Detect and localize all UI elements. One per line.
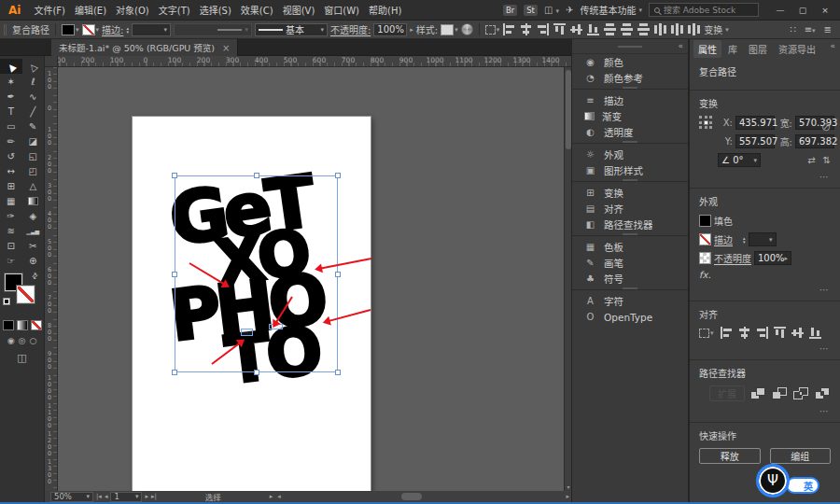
appearance-more-options-icon[interactable]: ⋯	[699, 285, 831, 295]
line-segment-tool[interactable]: ╱	[22, 104, 45, 119]
collapse-panel-icon[interactable]: «	[830, 41, 835, 50]
align-h-right-button[interactable]	[536, 23, 550, 35]
align-dist-m-button[interactable]	[621, 22, 633, 36]
fill-color-control[interactable]: ▾	[62, 24, 79, 35]
opacity-field[interactable]: 100%▸	[754, 251, 791, 265]
dock-item-OpenType[interactable]: OOpenType	[572, 309, 688, 325]
transform-menu-icon[interactable]: ▾	[725, 26, 729, 34]
hand-tool[interactable]: ☞	[0, 253, 22, 268]
align-v-middle-button[interactable]	[791, 326, 804, 340]
menu-item-0[interactable]: 文件(F)	[29, 3, 70, 17]
dock-item-对齐[interactable]: ▤对齐	[572, 201, 688, 217]
screen-mode-icon[interactable]: ◫	[0, 352, 44, 364]
menu-item-6[interactable]: 视图(V)	[278, 3, 320, 17]
style-swatch[interactable]	[441, 24, 454, 35]
flip-vertical-icon[interactable]: ⇅	[823, 155, 831, 165]
dock-item-画笔[interactable]: ✎画笔	[572, 255, 688, 271]
stock-search-input[interactable]: 搜索 Adobe Stock	[649, 3, 759, 17]
horizontal-scrollbar-thumb[interactable]	[401, 493, 422, 500]
fx-button[interactable]: fx.	[699, 270, 711, 280]
align-dist-t-button[interactable]	[604, 22, 616, 36]
transform-more-options-icon[interactable]: ⋯	[699, 172, 831, 182]
stock-button[interactable]: St	[524, 5, 538, 16]
align-h-center-button[interactable]	[737, 327, 751, 339]
menu-item-3[interactable]: 文字(T)	[154, 3, 195, 17]
style-dropdown[interactable]: ▾	[441, 24, 458, 35]
opacity-label[interactable]: 不透明度:	[330, 22, 371, 36]
last-artboard-icon[interactable]: ▸|	[151, 493, 157, 500]
options-bar-grip[interactable]	[4, 24, 7, 35]
flip-horizontal-icon[interactable]: ⇄	[807, 155, 815, 165]
opacity-swatch[interactable]	[699, 252, 711, 264]
column-graph-tool[interactable]: ▁▃▅	[22, 223, 45, 238]
dock-item-颜色参考[interactable]: ◔颜色参考	[572, 70, 688, 86]
selection-handle[interactable]	[335, 272, 341, 277]
stroke-weight-stepper[interactable]: ▴▾	[743, 236, 746, 244]
arrange-documents-icon[interactable]: ◫ ▾	[544, 5, 559, 15]
dock-item-颜色[interactable]: ◉颜色	[572, 54, 688, 70]
magic-wand-tool[interactable]: ✶	[0, 74, 22, 89]
brush-definition-dropdown[interactable]: 基本▾	[255, 23, 328, 36]
reference-point-locator[interactable]	[699, 116, 713, 130]
dock-item-透明度[interactable]: ◐透明度	[572, 124, 688, 140]
direct-selection-tool[interactable]: △	[22, 59, 45, 74]
dock-item-色板[interactable]: ▦色板	[572, 239, 688, 255]
dock-item-符号[interactable]: ♣符号	[572, 271, 688, 287]
group-button[interactable]: 编组	[770, 448, 832, 464]
ime-mode-badge[interactable]: 英	[786, 477, 819, 494]
rotation-dropdown[interactable]: ∠ 0°▾	[718, 153, 761, 167]
gradient-button[interactable]	[17, 320, 28, 330]
transform-menu-label[interactable]: 变换	[704, 22, 722, 36]
dock-item-渐变[interactable]: 渐变	[572, 108, 688, 124]
align-v-top-button[interactable]	[553, 22, 566, 36]
align-to-dropdown[interactable]: ▾	[699, 329, 714, 338]
selection-tool[interactable]: ▲	[0, 59, 22, 74]
curvature-tool[interactable]: ∿	[22, 89, 45, 104]
reference-point-0[interactable]	[699, 116, 702, 119]
draw-normal-icon[interactable]: ◉	[7, 336, 15, 345]
reference-point-5[interactable]	[709, 121, 712, 124]
rotate-tool[interactable]: ↺	[0, 148, 22, 163]
type-tool[interactable]: T	[0, 104, 22, 119]
pathfinder-more-options-icon[interactable]: ⋯	[699, 406, 831, 416]
gradient-tool[interactable]	[22, 193, 45, 208]
width-tool[interactable]: ↔	[0, 163, 22, 178]
zoom-tool[interactable]: ⊕	[22, 253, 45, 268]
stroke-none-swatch[interactable]	[82, 24, 95, 35]
reference-point-2[interactable]	[709, 116, 712, 119]
menu-item-2[interactable]: 对象(O)	[111, 3, 154, 17]
document-tab[interactable]: 未标题-1.ai* @ 50% (RGB/GPU 预览) ×	[51, 39, 238, 56]
minimize-button[interactable]: —	[769, 6, 791, 15]
reference-point-1[interactable]	[705, 116, 707, 119]
fill-swatch[interactable]	[699, 215, 711, 227]
fill-label[interactable]: 填色	[714, 214, 733, 228]
dock-item-描边[interactable]: ≡描边	[572, 92, 688, 108]
align-h-left-button[interactable]	[502, 23, 516, 35]
close-button[interactable]: ×	[814, 6, 836, 15]
draw-behind-icon[interactable]: ◎	[19, 336, 26, 345]
vertical-ruler[interactable]: 1000100200300400500600700800900100011001…	[45, 67, 58, 491]
ime-deer-logo-icon[interactable]: Ψ	[756, 464, 790, 497]
reference-point-6[interactable]	[699, 126, 702, 129]
perspective-grid-tool[interactable]: △	[22, 178, 45, 193]
selection-handle[interactable]	[335, 173, 341, 178]
fill-swatch[interactable]	[62, 24, 75, 35]
selection-handle[interactable]	[254, 173, 259, 178]
mesh-tool[interactable]: ▦	[0, 193, 22, 208]
dock-item-变换[interactable]: ⊞变换	[572, 185, 688, 201]
stroke-color-control[interactable]: ▾	[82, 24, 100, 35]
document-close-icon[interactable]: ×	[222, 43, 230, 53]
stroke-weight-dropdown[interactable]: ▾	[132, 23, 171, 36]
color-button[interactable]	[3, 320, 14, 330]
stroke-weight-stepper[interactable]: ▴▾	[126, 26, 129, 34]
tab-图层[interactable]: 图层	[744, 40, 772, 58]
rectangle-tool[interactable]: ▭	[0, 119, 22, 133]
align-v-middle-button[interactable]	[570, 22, 582, 36]
align-h-right-button[interactable]	[755, 327, 769, 339]
grid-dots-icon[interactable]: ∷	[790, 24, 795, 35]
collapse-dock-icon[interactable]: «	[678, 41, 683, 50]
artboard-number-dropdown[interactable]: 1▾	[110, 492, 142, 502]
paintbrush-tool[interactable]: ✎	[22, 119, 45, 133]
pathfinder-intersect-button[interactable]	[793, 387, 809, 400]
align-h-center-button[interactable]	[519, 23, 533, 35]
